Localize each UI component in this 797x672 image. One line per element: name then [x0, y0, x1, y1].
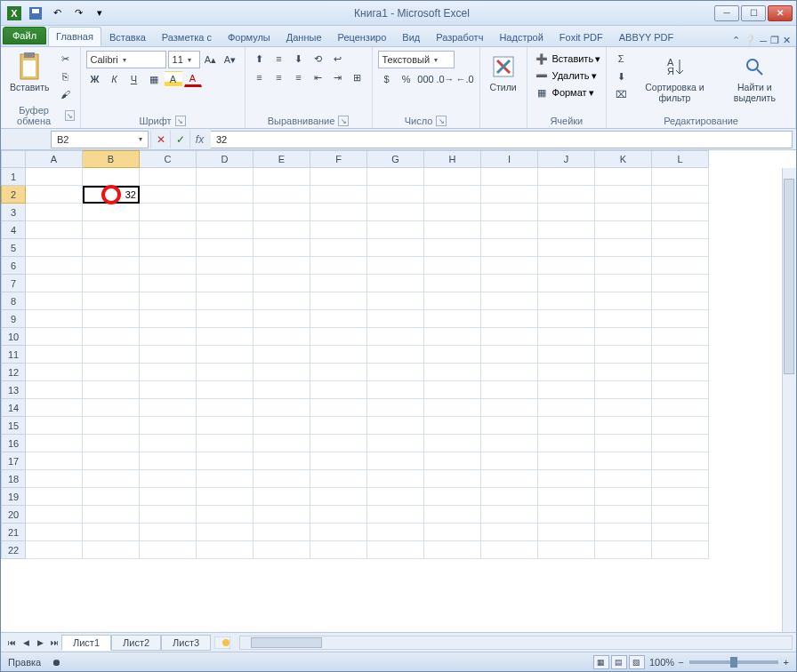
row-header[interactable]: 19: [1, 488, 26, 506]
cell[interactable]: [140, 310, 197, 328]
column-header[interactable]: G: [367, 150, 424, 168]
tab-file[interactable]: Файл: [3, 27, 46, 44]
cell[interactable]: [652, 239, 709, 257]
cell[interactable]: [83, 488, 140, 506]
column-header[interactable]: H: [424, 150, 481, 168]
grow-font-icon[interactable]: A▴: [202, 52, 220, 68]
cell[interactable]: [83, 346, 140, 364]
cell[interactable]: [26, 204, 83, 221]
cell[interactable]: [310, 257, 367, 275]
cell[interactable]: [538, 168, 595, 186]
cell[interactable]: [367, 257, 424, 275]
redo-icon[interactable]: ↷: [68, 4, 88, 23]
row-header[interactable]: 15: [1, 417, 26, 435]
doc-close-icon[interactable]: ✕: [783, 35, 791, 46]
cell[interactable]: [140, 204, 197, 221]
cell[interactable]: [595, 452, 652, 470]
cell[interactable]: [595, 275, 652, 292]
cell[interactable]: [26, 506, 83, 524]
cell[interactable]: [481, 186, 538, 204]
cell[interactable]: [140, 452, 197, 470]
cell[interactable]: [140, 506, 197, 524]
cell[interactable]: [481, 435, 538, 452]
cell[interactable]: [538, 541, 595, 559]
cell[interactable]: [652, 346, 709, 364]
cell[interactable]: [83, 275, 140, 292]
cell[interactable]: [538, 275, 595, 292]
font-size-combo[interactable]: 11▾: [168, 51, 200, 68]
cell[interactable]: [254, 328, 310, 346]
cell[interactable]: [140, 257, 197, 275]
cell[interactable]: [83, 310, 140, 328]
cell[interactable]: [310, 239, 367, 257]
cell[interactable]: [538, 310, 595, 328]
cell[interactable]: [26, 399, 83, 417]
row-header[interactable]: 7: [1, 275, 26, 292]
cell[interactable]: [197, 186, 254, 204]
cell[interactable]: [538, 417, 595, 435]
cell[interactable]: [481, 506, 538, 524]
cell[interactable]: [197, 239, 254, 257]
cell[interactable]: [83, 204, 140, 221]
save-icon[interactable]: [26, 4, 45, 23]
align-right-icon[interactable]: ≡: [290, 69, 308, 85]
row-header[interactable]: 8: [1, 292, 26, 310]
cell[interactable]: [652, 435, 709, 452]
column-header[interactable]: F: [310, 150, 367, 168]
cell[interactable]: [197, 168, 254, 186]
cell[interactable]: [424, 452, 481, 470]
cell[interactable]: [538, 292, 595, 310]
cell[interactable]: [83, 417, 140, 435]
cell[interactable]: [83, 399, 140, 417]
cell[interactable]: [424, 381, 481, 399]
close-button[interactable]: ✕: [768, 5, 793, 21]
cell[interactable]: [26, 346, 83, 364]
cell[interactable]: [140, 186, 197, 204]
fill-icon[interactable]: ⬇: [612, 68, 630, 84]
row-header[interactable]: 5: [1, 239, 26, 257]
cell[interactable]: [481, 346, 538, 364]
cell[interactable]: [26, 168, 83, 186]
cell[interactable]: [481, 204, 538, 221]
cell[interactable]: [26, 292, 83, 310]
column-header[interactable]: K: [595, 150, 652, 168]
cell[interactable]: [481, 488, 538, 506]
fill-color-icon[interactable]: A: [165, 71, 182, 87]
cell[interactable]: [424, 275, 481, 292]
merge-icon[interactable]: ⊞: [349, 69, 366, 85]
column-header[interactable]: J: [538, 150, 595, 168]
cell[interactable]: [367, 168, 424, 186]
sheet-tab-1[interactable]: Лист1: [61, 635, 111, 651]
border-icon[interactable]: ▦: [145, 71, 163, 87]
font-name-combo[interactable]: Calibri▾: [86, 51, 166, 68]
autosum-icon[interactable]: Σ: [612, 51, 630, 67]
cell[interactable]: [197, 292, 254, 310]
align-bottom-icon[interactable]: ⬇: [290, 51, 308, 67]
cell[interactable]: [83, 239, 140, 257]
cell[interactable]: [197, 257, 254, 275]
align-middle-icon[interactable]: ≡: [270, 51, 288, 67]
insert-cells-button[interactable]: ➕Вставить▾: [533, 51, 601, 67]
cell[interactable]: [310, 364, 367, 381]
cell[interactable]: [424, 168, 481, 186]
cell[interactable]: [595, 292, 652, 310]
italic-button[interactable]: К: [106, 71, 124, 87]
cell[interactable]: [538, 204, 595, 221]
cell[interactable]: [481, 239, 538, 257]
cell[interactable]: [595, 346, 652, 364]
cell[interactable]: [310, 435, 367, 452]
cell[interactable]: [595, 417, 652, 435]
cell[interactable]: [310, 488, 367, 506]
cell[interactable]: [367, 452, 424, 470]
cell[interactable]: [310, 381, 367, 399]
cell[interactable]: [481, 364, 538, 381]
cell[interactable]: [140, 470, 197, 488]
cell[interactable]: [254, 186, 310, 204]
cell[interactable]: [538, 399, 595, 417]
cell[interactable]: [595, 310, 652, 328]
shrink-font-icon[interactable]: A▾: [221, 52, 239, 68]
cell[interactable]: [595, 204, 652, 221]
align-top-icon[interactable]: ⬆: [251, 51, 269, 67]
scrollbar-thumb[interactable]: [784, 179, 794, 374]
cell[interactable]: [595, 221, 652, 239]
